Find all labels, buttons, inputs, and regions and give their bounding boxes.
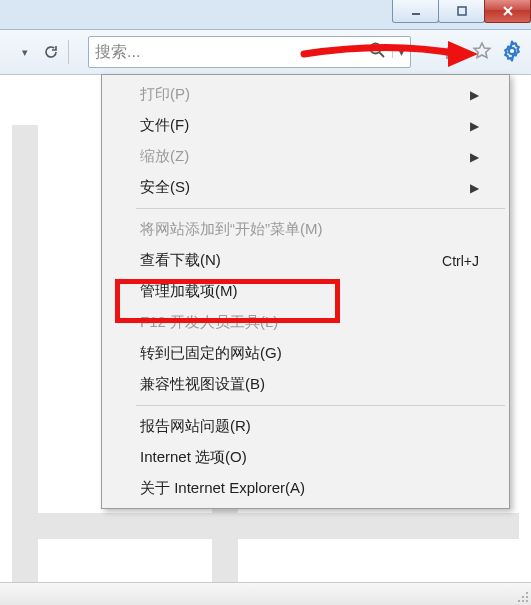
- menu-label: Internet 选项(O): [140, 448, 247, 467]
- menu-file[interactable]: 文件(F) ▶: [104, 110, 507, 141]
- menu-label: 关于 Internet Explorer(A): [140, 479, 305, 498]
- svg-rect-1: [458, 7, 466, 15]
- menu-compat-view[interactable]: 兼容性视图设置(B): [104, 369, 507, 400]
- menu-label: 转到已固定的网站(G): [140, 344, 282, 363]
- submenu-arrow-icon: ▶: [470, 119, 479, 133]
- menu-label: 将网站添加到“开始”菜单(M): [140, 220, 322, 239]
- close-button[interactable]: [484, 0, 531, 23]
- submenu-arrow-icon: ▶: [470, 88, 479, 102]
- dropdown-toggle[interactable]: ▾: [14, 41, 36, 63]
- menu-label: 查看下载(N): [140, 251, 221, 270]
- menu-add-to-start[interactable]: 将网站添加到“开始”菜单(M): [104, 214, 507, 245]
- menu-pinned-sites[interactable]: 转到已固定的网站(G): [104, 338, 507, 369]
- menu-internet-options[interactable]: Internet 选项(O): [104, 442, 507, 473]
- tools-button[interactable]: [499, 38, 525, 64]
- svg-point-10: [518, 600, 520, 602]
- status-bar: [0, 582, 531, 605]
- menu-report-problem[interactable]: 报告网站问题(R): [104, 411, 507, 442]
- svg-point-9: [526, 596, 528, 598]
- svg-point-8: [522, 596, 524, 598]
- maximize-button[interactable]: [438, 0, 485, 23]
- menu-label: F12 开发人员工具(L): [140, 313, 278, 332]
- svg-point-12: [526, 600, 528, 602]
- home-button[interactable]: [439, 38, 465, 64]
- tools-menu: 打印(P) ▶ 文件(F) ▶ 缩放(Z) ▶ 安全(S) ▶ 将网站添加到“开…: [101, 74, 510, 509]
- menu-shortcut: Ctrl+J: [442, 253, 479, 269]
- refresh-button[interactable]: [40, 41, 62, 63]
- minimize-button[interactable]: [392, 0, 439, 23]
- toolbar: ▾ 搜索... ▾: [0, 30, 531, 75]
- menu-view-downloads[interactable]: 查看下载(N) Ctrl+J: [104, 245, 507, 276]
- menu-label: 安全(S): [140, 178, 190, 197]
- menu-label: 报告网站问题(R): [140, 417, 251, 436]
- svg-point-4: [371, 44, 381, 54]
- menu-label: 缩放(Z): [140, 147, 189, 166]
- menu-zoom[interactable]: 缩放(Z) ▶: [104, 141, 507, 172]
- search-dropdown-icon[interactable]: ▾: [392, 47, 404, 58]
- menu-f12-tools[interactable]: F12 开发人员工具(L): [104, 307, 507, 338]
- svg-point-11: [522, 600, 524, 602]
- menu-separator: [136, 405, 505, 406]
- menu-label: 管理加载项(M): [140, 282, 238, 301]
- favorites-button[interactable]: [469, 38, 495, 64]
- search-input[interactable]: 搜索... ▾: [88, 36, 411, 68]
- menu-separator: [136, 208, 505, 209]
- svg-point-6: [509, 48, 515, 54]
- submenu-arrow-icon: ▶: [470, 150, 479, 164]
- resize-grip[interactable]: [515, 589, 529, 603]
- menu-label: 兼容性视图设置(B): [140, 375, 265, 394]
- menu-label: 文件(F): [140, 116, 189, 135]
- submenu-arrow-icon: ▶: [470, 181, 479, 195]
- svg-line-5: [380, 53, 385, 58]
- menu-label: 打印(P): [140, 85, 190, 104]
- window-buttons: [393, 0, 531, 29]
- search-icon[interactable]: [364, 41, 392, 63]
- search-placeholder: 搜索...: [95, 42, 364, 63]
- menu-manage-addons[interactable]: 管理加载项(M): [104, 276, 507, 307]
- toolbar-separator: [68, 40, 69, 64]
- svg-point-7: [526, 592, 528, 594]
- menu-safety[interactable]: 安全(S) ▶: [104, 172, 507, 203]
- menu-about-ie[interactable]: 关于 Internet Explorer(A): [104, 473, 507, 504]
- menu-print[interactable]: 打印(P) ▶: [104, 79, 507, 110]
